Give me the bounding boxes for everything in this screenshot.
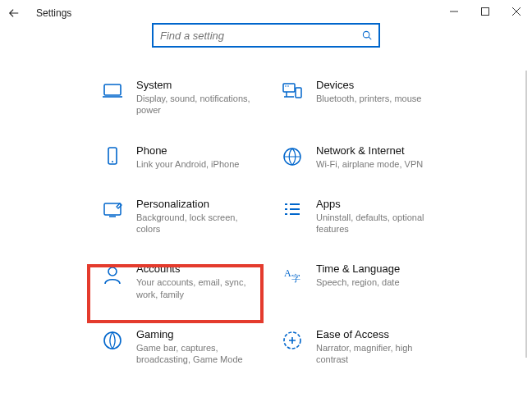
tile-sub: Narrator, magnifier, high contrast bbox=[316, 342, 432, 366]
maximize-icon bbox=[481, 7, 489, 16]
time-language-icon: A字 bbox=[280, 264, 305, 285]
search-input[interactable] bbox=[154, 30, 355, 42]
minimize-button[interactable] bbox=[438, 0, 470, 23]
scrollbar[interactable] bbox=[525, 71, 527, 358]
tile-accounts[interactable]: Accounts Your accounts, email, sync, wor… bbox=[99, 259, 254, 304]
svg-point-14 bbox=[104, 332, 121, 349]
tile-personalization[interactable]: Personalization Background, lock screen,… bbox=[99, 194, 254, 239]
tile-title: Network & Internet bbox=[316, 144, 423, 157]
tile-title: Phone bbox=[136, 144, 239, 157]
svg-point-8 bbox=[112, 161, 113, 162]
tile-title: Gaming bbox=[136, 328, 252, 340]
settings-grid: System Display, sound, notifications, po… bbox=[99, 75, 433, 420]
tile-ease-of-access[interactable]: Ease of Access Narrator, magnifier, high… bbox=[278, 325, 433, 369]
arrow-left-icon bbox=[8, 7, 20, 19]
svg-rect-3 bbox=[283, 84, 295, 92]
back-button[interactable] bbox=[0, 0, 28, 26]
search-icon bbox=[355, 30, 378, 41]
tile-sub: Your accounts, email, sync, work, family bbox=[136, 276, 252, 300]
devices-icon bbox=[280, 80, 305, 102]
tile-gaming[interactable]: Gaming Game bar, captures, broadcasting,… bbox=[99, 325, 254, 369]
tile-time-language[interactable]: A字 Time & Language Speech, region, date bbox=[278, 259, 433, 304]
svg-point-4 bbox=[285, 85, 287, 87]
apps-icon bbox=[280, 199, 305, 221]
tile-title: System bbox=[136, 79, 252, 91]
tile-sub: Wi-Fi, airplane mode, VPN bbox=[316, 158, 423, 170]
svg-point-5 bbox=[287, 85, 289, 87]
svg-point-11 bbox=[108, 267, 117, 276]
svg-rect-2 bbox=[104, 84, 121, 95]
svg-text:A: A bbox=[284, 267, 291, 279]
svg-rect-6 bbox=[296, 88, 301, 98]
search-box[interactable] bbox=[152, 23, 380, 48]
close-button[interactable] bbox=[501, 0, 532, 23]
tile-title: Devices bbox=[316, 79, 421, 91]
tile-sub: Background, lock screen, colors bbox=[136, 212, 252, 235]
tile-apps[interactable]: Apps Uninstall, defaults, optional featu… bbox=[278, 194, 433, 239]
network-icon bbox=[280, 146, 305, 167]
ease-of-access-icon bbox=[280, 330, 305, 351]
tile-sub: Display, sound, notifications, power bbox=[136, 93, 252, 116]
tile-network[interactable]: Network & Internet Wi-Fi, airplane mode,… bbox=[278, 141, 433, 173]
tile-sub: Link your Android, iPhone bbox=[136, 158, 239, 170]
phone-icon bbox=[100, 146, 125, 167]
window-controls bbox=[438, 0, 532, 23]
tile-system[interactable]: System Display, sound, notifications, po… bbox=[99, 75, 254, 120]
close-icon bbox=[512, 7, 521, 16]
app-title: Settings bbox=[36, 7, 71, 19]
tile-sub: Bluetooth, printers, mouse bbox=[316, 93, 421, 104]
svg-text:字: 字 bbox=[291, 273, 300, 283]
accounts-icon bbox=[100, 264, 125, 285]
tile-title: Personalization bbox=[136, 198, 252, 210]
system-icon bbox=[100, 80, 125, 102]
svg-point-1 bbox=[363, 31, 369, 38]
tile-sub: Uninstall, defaults, optional features bbox=[316, 212, 432, 235]
tile-devices[interactable]: Devices Bluetooth, printers, mouse bbox=[278, 75, 433, 120]
tile-sub: Game bar, captures, broadcasting, Game M… bbox=[136, 342, 252, 366]
svg-rect-0 bbox=[482, 8, 489, 16]
minimize-icon bbox=[450, 7, 458, 16]
tile-phone[interactable]: Phone Link your Android, iPhone bbox=[99, 141, 254, 173]
tile-title: Apps bbox=[316, 198, 432, 210]
tile-sub: Speech, region, date bbox=[316, 276, 400, 288]
tile-title: Accounts bbox=[136, 262, 252, 275]
maximize-button[interactable] bbox=[470, 0, 501, 23]
personalization-icon bbox=[100, 199, 125, 221]
gaming-icon bbox=[100, 330, 125, 351]
tile-title: Time & Language bbox=[316, 262, 400, 275]
tile-title: Ease of Access bbox=[316, 328, 432, 340]
